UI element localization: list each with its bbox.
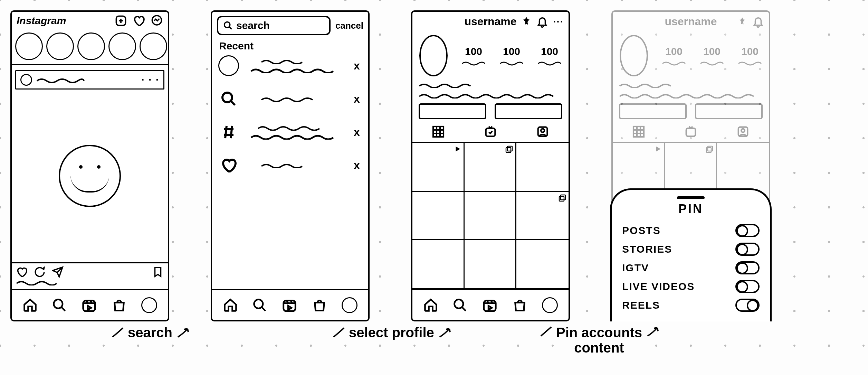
search-tab-icon[interactable] bbox=[452, 298, 468, 313]
post-author-name bbox=[36, 77, 85, 83]
comment-icon[interactable] bbox=[34, 266, 46, 278]
recent-row-hashtag[interactable]: x bbox=[218, 122, 362, 142]
post-thumbnail[interactable] bbox=[412, 240, 465, 289]
story-bubble[interactable] bbox=[77, 32, 105, 60]
story-bubble[interactable] bbox=[46, 32, 74, 60]
shop-tab-icon[interactable] bbox=[512, 297, 528, 313]
grid-tab-icon[interactable] bbox=[431, 125, 445, 139]
annotation-search: search bbox=[111, 325, 190, 340]
remove-recent-icon[interactable]: x bbox=[352, 93, 362, 105]
search-icon bbox=[223, 21, 233, 30]
hashtag-icon bbox=[218, 122, 239, 142]
post-thumbnail[interactable] bbox=[412, 143, 465, 192]
stat-followers[interactable]: 100 bbox=[499, 46, 524, 66]
post-thumbnail[interactable] bbox=[465, 240, 517, 289]
toggle-posts[interactable] bbox=[735, 224, 760, 237]
carousel-badge-icon bbox=[705, 145, 714, 153]
cancel-button[interactable]: cancel bbox=[335, 20, 363, 31]
screen-pin-sheet: username 100 100 100 bbox=[611, 10, 770, 321]
bell-icon bbox=[752, 16, 764, 28]
screen-feed: Instagram bbox=[10, 10, 169, 321]
story-bubble[interactable] bbox=[140, 32, 167, 60]
messenger-icon[interactable] bbox=[151, 15, 163, 27]
reels-tab-icon[interactable] bbox=[81, 297, 97, 313]
post-thumbnail[interactable] bbox=[516, 240, 569, 289]
post-thumbnail[interactable] bbox=[465, 143, 517, 192]
svg-point-11 bbox=[541, 129, 544, 132]
stat-posts[interactable]: 100 bbox=[461, 46, 486, 66]
home-tab-icon[interactable] bbox=[423, 298, 438, 313]
profile-tab-avatar[interactable] bbox=[141, 297, 157, 313]
profile-tab-avatar[interactable] bbox=[542, 297, 558, 313]
more-icon[interactable]: ··· bbox=[553, 16, 564, 28]
pin-bottom-sheet[interactable]: PIN Posts Stories IGTV Live videos Reels bbox=[610, 188, 772, 321]
stat-following[interactable]: 100 bbox=[537, 46, 562, 66]
arrow-left-icon bbox=[111, 326, 124, 340]
search-input[interactable]: search bbox=[217, 16, 331, 35]
arrow-right-icon bbox=[646, 325, 659, 339]
arrow-right-icon bbox=[176, 326, 190, 340]
svg-rect-14 bbox=[561, 195, 565, 200]
svg-rect-19 bbox=[686, 128, 696, 136]
igtv-tab-icon bbox=[684, 125, 698, 139]
pin-option-igtv: IGTV bbox=[622, 259, 760, 277]
post-author-avatar[interactable] bbox=[20, 74, 32, 86]
remove-recent-icon[interactable]: x bbox=[352, 159, 362, 172]
app-logo: Instagram bbox=[17, 15, 66, 27]
account-avatar-icon bbox=[218, 55, 239, 76]
profile-tab-avatar[interactable] bbox=[342, 297, 357, 313]
home-tab-icon[interactable] bbox=[22, 298, 38, 313]
tagged-tab-icon[interactable] bbox=[536, 125, 550, 139]
new-post-icon[interactable] bbox=[115, 15, 127, 27]
profile-avatar[interactable] bbox=[419, 35, 448, 76]
toggle-live[interactable] bbox=[735, 280, 760, 293]
home-tab-icon[interactable] bbox=[223, 298, 238, 313]
reels-tab-icon[interactable] bbox=[482, 297, 498, 313]
toggle-igtv[interactable] bbox=[735, 261, 760, 274]
svg-rect-12 bbox=[507, 146, 512, 151]
story-bubble[interactable] bbox=[108, 32, 136, 60]
share-icon[interactable] bbox=[52, 266, 64, 278]
post-thumbnail[interactable] bbox=[465, 192, 517, 241]
post-thumbnail[interactable] bbox=[516, 143, 569, 192]
recent-list: x x x x bbox=[212, 55, 368, 289]
post-header[interactable]: · · · bbox=[15, 70, 164, 90]
pin-icon[interactable] bbox=[521, 17, 532, 27]
svg-point-21 bbox=[741, 129, 745, 132]
stories-tray[interactable] bbox=[12, 30, 168, 65]
smiley-placeholder-icon bbox=[59, 145, 121, 207]
toggle-stories[interactable] bbox=[735, 243, 760, 256]
reels-tab-icon[interactable] bbox=[282, 297, 297, 313]
remove-recent-icon[interactable]: x bbox=[352, 126, 362, 139]
toggle-reels[interactable] bbox=[735, 299, 760, 312]
svg-point-2 bbox=[54, 299, 63, 308]
story-bubble[interactable] bbox=[15, 32, 43, 60]
post-more-icon[interactable]: · · · bbox=[141, 74, 159, 86]
post-image[interactable] bbox=[12, 90, 168, 262]
follow-button[interactable] bbox=[419, 103, 486, 119]
recent-row-account[interactable]: x bbox=[218, 55, 362, 76]
recent-row-search[interactable]: x bbox=[218, 88, 362, 109]
message-button[interactable] bbox=[495, 103, 562, 119]
svg-point-5 bbox=[222, 93, 232, 102]
svg-point-4 bbox=[225, 22, 230, 28]
profile-avatar bbox=[620, 35, 648, 76]
bookmark-icon[interactable] bbox=[152, 266, 164, 278]
search-tab-icon[interactable] bbox=[252, 298, 267, 313]
bell-icon[interactable] bbox=[536, 16, 548, 28]
recent-row-liked[interactable]: x bbox=[218, 155, 362, 176]
post-actions bbox=[12, 262, 168, 279]
arrow-left-icon bbox=[332, 326, 345, 340]
like-heart-icon[interactable] bbox=[16, 266, 28, 278]
shop-tab-icon[interactable] bbox=[111, 297, 127, 313]
magnifier-icon bbox=[218, 88, 239, 109]
post-thumbnail[interactable] bbox=[412, 192, 465, 241]
search-tab-icon[interactable] bbox=[52, 298, 67, 313]
remove-recent-icon[interactable]: x bbox=[352, 59, 362, 72]
igtv-tab-icon[interactable] bbox=[484, 125, 497, 139]
activity-heart-icon[interactable] bbox=[133, 15, 145, 27]
sheet-drag-handle[interactable] bbox=[677, 196, 705, 199]
svg-point-16 bbox=[454, 299, 463, 308]
shop-tab-icon[interactable] bbox=[312, 297, 327, 313]
post-thumbnail[interactable] bbox=[516, 192, 569, 241]
